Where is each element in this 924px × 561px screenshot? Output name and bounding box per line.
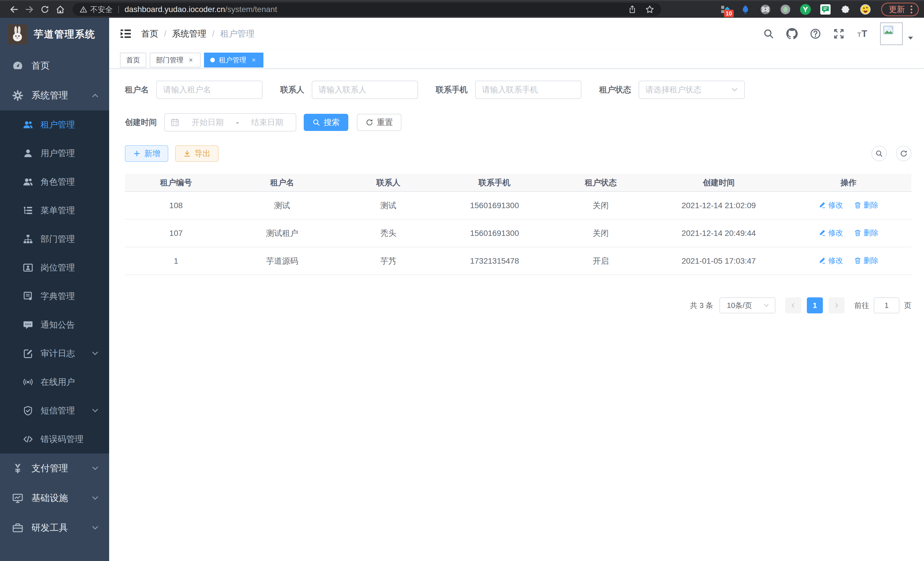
extension-chat-icon[interactable] [819, 3, 832, 16]
breadcrumb-system[interactable]: 系统管理 [172, 28, 206, 40]
profile-avatar-icon[interactable] [859, 3, 872, 16]
user-avatar[interactable] [880, 22, 903, 45]
download-icon [183, 150, 191, 158]
sidebar-item-dict[interactable]: 字典管理 [0, 282, 109, 311]
col-contact: 联系人 [337, 174, 440, 192]
delete-link[interactable]: 删除 [854, 228, 879, 238]
extension-record-icon[interactable] [779, 3, 792, 16]
delete-link[interactable]: 删除 [854, 256, 879, 266]
extension-y-icon[interactable] [799, 3, 812, 16]
delete-link[interactable]: 删除 [854, 200, 879, 210]
fullscreen-icon[interactable] [833, 28, 844, 39]
cell-contact: 测试 [337, 192, 440, 219]
dict-book-icon [23, 291, 33, 301]
address-bar[interactable]: 不安全 dashboard.yudao.iocoder.cn/system/te… [73, 3, 661, 16]
tab-home[interactable]: 首页 [120, 53, 146, 68]
browser-reload-icon[interactable] [37, 3, 52, 16]
toggle-search-button[interactable] [872, 146, 887, 161]
date-range-picker[interactable]: 开始日期 - 结束日期 [164, 113, 296, 132]
sidebar-item-infra[interactable]: 基础设施 [0, 483, 109, 513]
tenant-name-input[interactable] [156, 81, 262, 99]
app-logo[interactable]: 芋道管理系统 [0, 18, 109, 51]
goto-page-input[interactable] [874, 297, 899, 313]
cell-status: 关闭 [550, 192, 652, 219]
sidebar-item-notice[interactable]: 通知公告 [0, 311, 109, 339]
help-icon[interactable] [810, 28, 821, 39]
sidebar-item-tenant[interactable]: 租户管理 [0, 110, 109, 139]
bookmark-star-icon[interactable] [645, 5, 654, 14]
sidebar-collapse-icon[interactable] [119, 27, 132, 40]
edit-link[interactable]: 修改 [819, 256, 843, 266]
chevron-right-icon [833, 302, 840, 309]
search-button[interactable]: 搜索 [304, 114, 348, 131]
sidebar-item-post[interactable]: 岗位管理 [0, 253, 109, 282]
url-text[interactable]: dashboard.yudao.iocoder.cn/system/tenant [124, 5, 277, 14]
export-button[interactable]: 导出 [175, 145, 219, 162]
cell-status: 关闭 [550, 219, 652, 247]
user-icon [23, 148, 33, 158]
sidebar-item-audit[interactable]: 审计日志 [0, 339, 109, 368]
sidebar-item-role[interactable]: 角色管理 [0, 168, 109, 196]
start-date-placeholder[interactable]: 开始日期 [185, 117, 230, 128]
page-number-1[interactable]: 1 [807, 297, 823, 313]
tenant-name-label: 租户名 [125, 84, 149, 95]
edit-link[interactable]: 修改 [819, 200, 843, 210]
sidebar-item-errcode[interactable]: 错误码管理 [0, 425, 109, 453]
sidebar-item-devtools[interactable]: 研发工具 [0, 513, 109, 543]
cell-tenant-name: 测试 [227, 192, 337, 219]
sidebar-item-menu[interactable]: 菜单管理 [0, 196, 109, 225]
prev-page-button[interactable] [785, 297, 801, 313]
not-secure-label[interactable]: 不安全 [90, 5, 112, 15]
tab-tenant[interactable]: 租户管理 × [204, 53, 263, 68]
contact-label: 联系人 [280, 84, 304, 95]
next-page-button[interactable] [829, 297, 844, 313]
chrome-update-button[interactable]: 更新 [881, 3, 919, 16]
page-suffix: 页 [904, 301, 911, 311]
cell-tenant-id: 108 [125, 192, 227, 219]
browser-back-icon[interactable] [6, 3, 22, 16]
extension-tampermonkey-icon[interactable]: 10 [719, 3, 732, 16]
cell-tenant-id: 1 [125, 247, 227, 275]
col-tenant-name: 租户名 [227, 174, 337, 192]
mobile-input[interactable] [475, 81, 581, 99]
sidebar-item-pay[interactable]: 支付管理 [0, 453, 109, 483]
tab-dept[interactable]: 部门管理 × [150, 53, 201, 68]
edit-pencil-icon [819, 201, 826, 209]
share-icon[interactable] [628, 5, 637, 14]
font-size-icon[interactable] [856, 28, 868, 39]
contact-input[interactable] [312, 81, 418, 99]
sidebar-item-sms[interactable]: 短信管理 [0, 396, 109, 425]
sidebar-item-online[interactable]: 在线用户 [0, 368, 109, 396]
close-icon[interactable]: × [188, 56, 194, 64]
refresh-table-button[interactable] [896, 146, 911, 161]
extensions-puzzle-icon[interactable] [839, 3, 852, 16]
cell-created: 2021-12-14 20:49:44 [652, 219, 785, 247]
breadcrumb-home[interactable]: 首页 [141, 28, 158, 40]
tenant-table: 租户编号 租户名 联系人 联系手机 租户状态 创建时间 操作 108 测试 测试… [125, 174, 911, 275]
browser-toolbar: 不安全 dashboard.yudao.iocoder.cn/system/te… [0, 0, 924, 18]
cell-tenant-id: 107 [125, 219, 227, 247]
avatar-caret-down-icon[interactable] [907, 34, 914, 42]
extension-kite-icon[interactable] [739, 3, 752, 16]
close-icon[interactable]: × [250, 56, 257, 64]
sidebar-item-system[interactable]: 系统管理 [0, 81, 109, 110]
end-date-placeholder[interactable]: 结束日期 [244, 117, 290, 128]
github-icon[interactable] [786, 28, 798, 39]
not-secure-warning-icon[interactable] [80, 5, 87, 14]
browser-home-icon[interactable] [52, 3, 68, 16]
sidebar-item-user[interactable]: 用户管理 [0, 139, 109, 168]
sidebar-item-dept[interactable]: 部门管理 [0, 225, 109, 253]
page-size-select[interactable]: 10条/页 [719, 297, 776, 313]
pagination: 共 3 条 10条/页 1 前往 页 [125, 297, 911, 313]
sidebar-item-home[interactable]: 首页 [0, 51, 109, 81]
edit-pencil-icon [819, 229, 826, 236]
add-button[interactable]: 新增 [125, 145, 168, 162]
header-search-icon[interactable] [763, 28, 774, 39]
browser-menu-icon[interactable] [910, 5, 912, 14]
browser-forward-icon[interactable] [22, 3, 37, 16]
edit-link[interactable]: 修改 [819, 228, 843, 238]
pay-yen-icon [12, 463, 23, 474]
extension-command-icon[interactable] [759, 3, 772, 16]
status-select[interactable]: 请选择租户状态 [639, 81, 745, 99]
reset-button[interactable]: 重置 [357, 114, 401, 131]
